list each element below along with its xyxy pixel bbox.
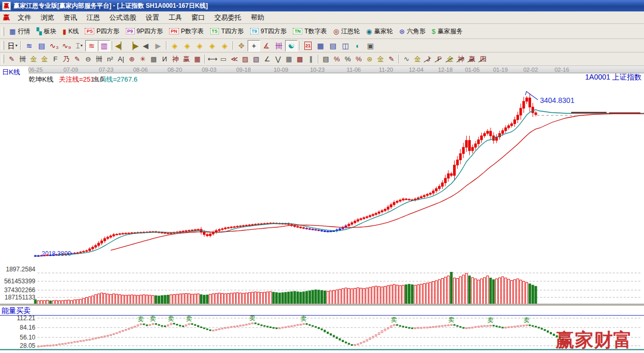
svg-text:卖: 卖	[138, 316, 144, 323]
axis-label: 56.10	[2, 334, 35, 341]
axis-label: 28.05	[2, 342, 35, 349]
date-tick: 10-23	[306, 67, 329, 73]
axis-label: 374302266	[2, 286, 35, 294]
svg-text:卖: 卖	[168, 315, 174, 322]
date-tick: 06-25	[24, 67, 47, 73]
svg-text:卖: 卖	[186, 315, 192, 322]
date-tick: 11-20	[375, 67, 397, 73]
date-axis: 06-2507-0907-2308-0608-2009-0309-1810-09…	[29, 66, 644, 73]
exit-line-label: 出局线=2767.6	[93, 75, 137, 84]
svg-text:卖: 卖	[150, 315, 156, 322]
svg-text:卖: 卖	[249, 315, 255, 322]
date-tick: 12-18	[434, 67, 457, 73]
svg-text:卖: 卖	[391, 316, 397, 323]
date-tick: 08-06	[129, 67, 152, 73]
date-tick: 09-18	[232, 67, 255, 73]
peak-price-annotation: 3404.8301	[540, 96, 574, 104]
axis-label: 1897.2584	[2, 266, 35, 273]
date-tick: 07-23	[95, 67, 118, 73]
axis-label: 112.21	[2, 315, 35, 322]
axis-label: 84.16	[2, 324, 35, 331]
period-label: 日K线	[2, 68, 20, 77]
date-tick: 08-20	[163, 67, 186, 73]
date-tick: 07-09	[59, 67, 82, 73]
axis-label: 187151133	[2, 294, 35, 301]
svg-text:卖: 卖	[487, 317, 494, 324]
axis-label: 561453399	[2, 278, 35, 285]
chart-canvas[interactable]: 卖卖卖卖卖卖卖卖卖卖	[0, 0, 644, 353]
date-tick: 01-05	[461, 67, 484, 73]
date-tick: 12-04	[405, 67, 428, 73]
svg-text:卖: 卖	[301, 315, 307, 322]
date-tick: 02-16	[550, 67, 573, 73]
svg-text:卖: 卖	[448, 316, 455, 323]
symbol-label: 1A0001 上证指数	[585, 73, 641, 82]
svg-text:卖: 卖	[524, 317, 530, 324]
date-tick: 11-06	[342, 67, 365, 73]
date-tick: 10-09	[269, 67, 292, 73]
kline-name-label: 乾坤K线	[29, 75, 54, 84]
date-tick: 02-02	[519, 67, 542, 73]
date-tick: 01-19	[489, 67, 512, 73]
watermark: 赢家财富网	[556, 328, 644, 353]
date-tick: 09-03	[198, 67, 221, 73]
